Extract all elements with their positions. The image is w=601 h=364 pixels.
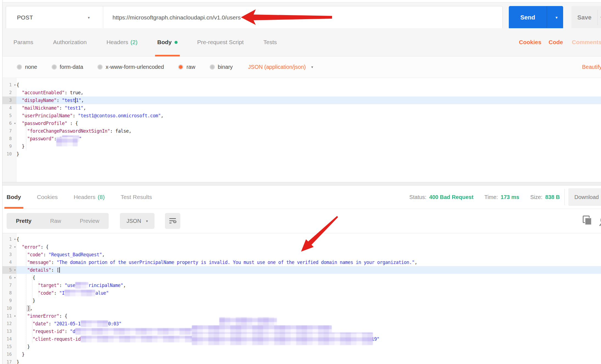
response-tab-cookies[interactable]: Cookies [37,186,58,209]
code-token: : [54,136,59,141]
fold-arrow-icon[interactable]: ▾ [14,81,16,89]
time-label: Time: [484,194,498,200]
radio-binary[interactable]: binary [210,64,233,70]
fold-arrow-icon[interactable]: ▾ [14,274,16,281]
wrap-lines-button[interactable] [165,213,180,229]
code-text: "innerError": { [16,312,601,320]
response-headers-count-badge: (8) [98,194,105,200]
code-token: { [16,275,35,280]
comments-link[interactable]: Comments [572,28,601,56]
code-token [16,90,22,95]
code-line: 12 "date": "2021-05-10:03" [2,320,601,328]
fold-arrow-icon[interactable]: ▾ [14,243,16,251]
code-token [16,260,27,265]
code-token: "forceChangePasswordNextSignIn" [27,128,110,134]
response-view-switcher: Pretty Raw Preview [7,213,109,229]
code-text: "message": "The domain portion of the us… [16,258,601,266]
tab-params[interactable]: Params [13,28,33,56]
search-response-button[interactable] [597,215,601,228]
fold-arrow-icon[interactable]: ▾ [14,266,16,274]
url-input[interactable]: https://microsoftgraph.chinacloudapi.cn/… [113,6,241,29]
code-token: : { [41,244,49,250]
download-button[interactable]: Download [568,188,601,206]
view-preview[interactable]: Preview [71,218,109,224]
code-token [16,113,22,118]
code-token: : [57,98,62,103]
tab-prerequest-script[interactable]: Pre-request Script [197,28,244,56]
response-tab-test-results[interactable]: Test Results [120,186,152,209]
code-line: 3 "displayName": "test1", [2,96,601,104]
tab-headers-label: Headers [106,39,128,46]
fold-arrow-icon[interactable]: ▾ [14,235,16,243]
code-text: } [16,351,601,358]
line-number: 9 [2,143,16,150]
line-number: 13 [2,328,16,335]
content-type-label: JSON (application/json) [248,64,306,70]
copy-response-button[interactable] [582,215,593,228]
method-select[interactable]: POST ▾ [6,6,103,29]
tab-tests-label: Tests [263,39,277,46]
line-number: 8 [2,289,16,297]
response-meta-row: Body Cookies Headers(8) Test Results Sta… [2,186,601,209]
tab-tests[interactable]: Tests [263,28,277,56]
view-pretty[interactable]: Pretty [7,218,41,224]
radio-raw[interactable]: raw [178,64,195,70]
tab-headers[interactable]: Headers(2) [106,28,137,56]
code-token [16,313,27,319]
chevron-down-icon: ▾ [88,15,90,20]
response-body-editor[interactable]: 1▾{2▾ "error": {3 "code": "Request_BadRe… [2,233,601,364]
code-token: , [30,306,33,311]
code-text: } [16,143,601,150]
code-text: ], [16,305,601,312]
code-text: "displayName": "test1", [16,96,601,104]
request-response-divider[interactable] [2,182,601,186]
beautify-link[interactable]: Beautify [582,64,601,70]
fold-arrow-icon[interactable]: ▾ [14,120,16,127]
code-token [16,267,27,273]
send-button-divider [547,6,547,29]
radio-none[interactable]: none [17,64,37,70]
send-button[interactable]: Send ▾ [509,6,563,29]
cookies-link[interactable]: Cookies [519,28,541,56]
code-line: 11▾ "innerError": { [2,312,601,320]
code-link[interactable]: Code [549,28,563,56]
tab-body-label: Body [157,39,172,46]
line-number: 4 [2,104,16,112]
method-label: POST [17,14,33,21]
content-type-select[interactable]: JSON (application/json) ▾ [248,64,313,70]
line-number: 6▾ [2,274,16,281]
save-button[interactable]: Save ▾ [571,6,601,29]
send-options-chevron-icon[interactable]: ▾ [550,6,563,29]
code-text: { [16,81,601,89]
code-text: "mailNickname": "test1", [16,104,601,112]
code-token: "displayName" [22,98,57,103]
line-number: 10 [2,150,16,158]
code-token: } [16,344,30,349]
view-raw[interactable]: Raw [41,218,71,224]
response-tabs: Body Cookies Headers(8) Test Results [2,186,152,209]
status-label: Status: [409,194,426,200]
code-token: "I [59,290,64,296]
response-format-select[interactable]: JSON ▾ [120,213,155,229]
code-token: } [16,359,19,364]
code-line: 4 "mailNickname": "test1", [2,104,601,112]
radio-form-data[interactable]: form-data [52,64,83,70]
code-line: 7 "target": "userincipalName", [2,281,601,289]
code-token [16,105,22,111]
tab-body[interactable]: Body [157,28,178,56]
radio-urlencoded-circle-icon [97,64,103,70]
code-text: "request-id": "d5b19" [16,328,601,335]
response-tab-body-label: Body [7,194,21,200]
code-token: 0:03" [108,321,122,326]
line-number: 12 [2,320,16,328]
line-number: 7 [2,281,16,289]
code-token: "test1@contoso.onmicrosoft.com" [78,113,161,118]
tab-authorization[interactable]: Authorization [53,28,87,56]
response-tab-body[interactable]: Body [7,186,21,209]
code-line: 7 "forceChangePasswordNextSignIn": false… [2,127,601,135]
request-body-editor[interactable]: 1▾{2 "accountEnabled": true,3 "displayNa… [2,78,601,182]
code-token: } [16,151,19,157]
radio-urlencoded[interactable]: x-www-form-urlencoded [97,64,164,70]
fold-arrow-icon[interactable]: ▾ [14,312,16,320]
response-tab-headers[interactable]: Headers(8) [74,186,105,209]
